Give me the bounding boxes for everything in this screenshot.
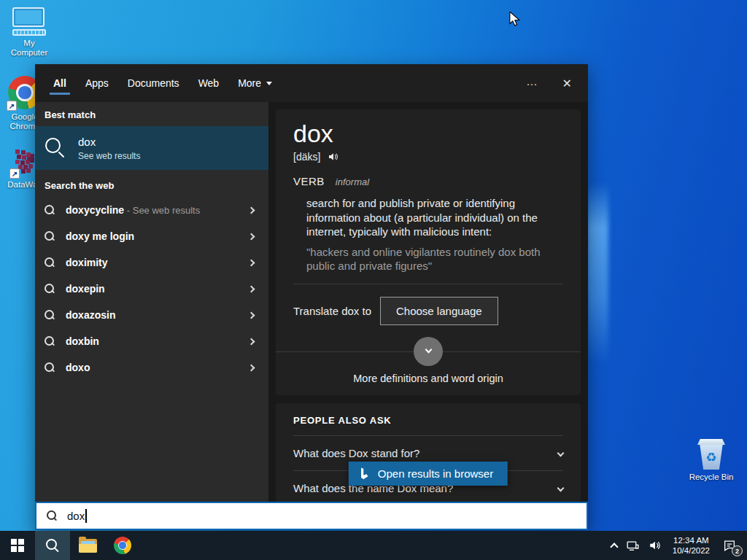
chevron-right-icon <box>248 311 255 319</box>
windows-search-panel: All Apps Documents Web More ··· ✕ Best m… <box>35 64 588 530</box>
tray-overflow-button[interactable] <box>607 531 622 560</box>
notification-badge: 2 <box>732 545 743 556</box>
desktop-icon-label: My Computer <box>5 39 53 58</box>
recycle-glyph: ♻ <box>705 450 716 465</box>
best-match-subtitle: See web results <box>78 151 140 161</box>
more-definitions-link[interactable]: More definitions and word origin <box>293 367 563 394</box>
search-the-web-header: Search the web <box>35 170 268 197</box>
tab-apps[interactable]: Apps <box>85 64 109 102</box>
suggestion-doxy-me-login[interactable]: doxy me login <box>35 223 268 249</box>
chevron-up-icon <box>610 542 618 551</box>
chevron-down-icon <box>266 82 272 85</box>
shortcut-arrow-icon: ↗ <box>9 102 15 110</box>
speaker-icon <box>649 539 662 552</box>
text-caret <box>85 509 87 523</box>
network-tray-button[interactable] <box>622 531 644 560</box>
tab-documents[interactable]: Documents <box>128 64 179 102</box>
suggestion-doxepin[interactable]: doxepin <box>35 276 268 302</box>
desktop-icon-label: Recycle Bin <box>689 472 734 482</box>
file-explorer-button[interactable] <box>70 531 105 560</box>
chevron-right-icon <box>248 285 255 292</box>
start-button[interactable] <box>0 531 35 560</box>
close-button[interactable]: ✕ <box>555 74 579 93</box>
search-icon <box>46 539 60 553</box>
chevron-down-icon <box>557 450 565 457</box>
register-label: informal <box>336 176 369 187</box>
search-results-column: Best match dox See web results Search th… <box>35 102 268 502</box>
speaker-icon[interactable] <box>328 151 339 163</box>
search-icon <box>45 138 66 158</box>
recycle-bin-icon: ♻ <box>698 439 724 470</box>
definition-word: dox <box>293 118 563 149</box>
clock-date: 10/4/2022 <box>673 545 710 556</box>
search-icon <box>44 336 55 347</box>
search-icon <box>44 231 55 242</box>
chevron-right-icon <box>248 364 255 371</box>
people-also-ask-card: PEOPLE ALSO ASK What does Dox stand for?… <box>276 403 581 502</box>
pronunciation: [däks] <box>293 151 320 163</box>
search-icon <box>44 362 55 373</box>
translate-label: Translate dox to <box>293 305 371 317</box>
search-icon <box>44 257 55 268</box>
taskbar-search-button[interactable] <box>35 531 70 560</box>
action-center-button[interactable]: 2 <box>716 531 747 560</box>
example-text: "hackers and online vigilantes routinely… <box>306 245 563 273</box>
search-icon <box>44 310 55 321</box>
search-input[interactable]: dox <box>35 502 588 530</box>
volume-tray-button[interactable] <box>644 531 666 560</box>
windows-logo-icon <box>11 539 24 552</box>
chevron-down-icon <box>557 485 565 492</box>
clock-time: 12:34 AM <box>673 535 710 545</box>
chevron-right-icon <box>248 259 255 266</box>
suggestion-doxazosin[interactable]: doxazosin <box>35 302 268 328</box>
search-input-value: dox <box>67 510 85 522</box>
options-ellipsis-button[interactable]: ··· <box>519 74 545 93</box>
suggestion-doxo[interactable]: doxo <box>35 354 268 381</box>
search-icon <box>44 284 55 295</box>
chevron-down-icon <box>425 346 432 354</box>
best-match-header: Best match <box>35 102 268 126</box>
best-match-title: dox <box>78 136 140 149</box>
wallpaper-light-beam <box>587 182 608 365</box>
search-preview-column: dox [däks] VERB informal search for and … <box>268 102 588 502</box>
chrome-taskbar-button[interactable] <box>105 531 140 560</box>
definition-card: dox [däks] VERB informal search for and … <box>276 109 581 395</box>
network-icon <box>626 540 640 552</box>
search-tabs-bar: All Apps Documents Web More ··· ✕ <box>35 64 588 102</box>
chevron-right-icon <box>248 233 255 240</box>
chevron-right-icon <box>248 338 255 345</box>
tab-all[interactable]: All <box>53 64 66 102</box>
taskbar-clock[interactable]: 12:34 AM 10/4/2022 <box>666 535 716 556</box>
taskbar: 12:34 AM 10/4/2022 2 <box>0 531 747 560</box>
shortcut-arrow-icon: ↗ <box>12 170 18 178</box>
suggestion-doxycycline[interactable]: doxycycline - See web results <box>35 197 268 223</box>
desktop-icon-recycle-bin[interactable]: ♻ Recycle Bin <box>687 439 735 482</box>
expand-definitions-button[interactable] <box>414 337 443 366</box>
suggestion-doximity[interactable]: doximity <box>35 249 268 276</box>
chevron-right-icon <box>248 206 255 214</box>
desktop-icon-my-computer[interactable]: My Computer <box>5 7 53 58</box>
chrome-icon <box>114 537 131 554</box>
search-icon <box>44 205 55 216</box>
search-icon <box>47 510 58 521</box>
open-results-in-browser-button[interactable]: Open results in browser <box>349 462 508 486</box>
system-tray: 12:34 AM 10/4/2022 2 <box>607 531 747 560</box>
suggestion-doxbin[interactable]: doxbin <box>35 328 268 354</box>
part-of-speech: VERB <box>293 175 325 187</box>
folder-icon <box>79 539 97 553</box>
choose-language-button[interactable]: Choose language <box>380 297 498 325</box>
bing-icon <box>358 467 371 480</box>
tab-more[interactable]: More <box>238 64 272 102</box>
definition-text: search for and publish private or identi… <box>306 196 563 239</box>
people-also-ask-header: PEOPLE ALSO ASK <box>293 403 563 435</box>
my-computer-icon <box>12 7 46 36</box>
tab-web[interactable]: Web <box>198 64 220 102</box>
best-match-result[interactable]: dox See web results <box>35 126 268 170</box>
